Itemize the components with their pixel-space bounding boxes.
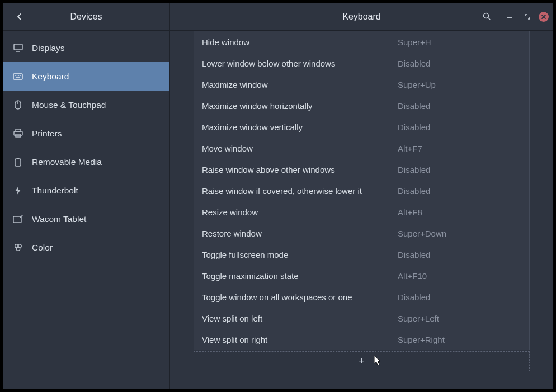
sidebar-item-color[interactable]: Color: [3, 233, 169, 262]
sidebar-header: Devices: [3, 3, 169, 31]
close-button[interactable]: [539, 12, 549, 22]
sidebar-item-thunderbolt[interactable]: Thunderbolt: [3, 176, 169, 205]
sidebar-item-label: Printers: [32, 129, 62, 139]
sidebar-item-wacom-tablet[interactable]: Wacom Tablet: [3, 205, 169, 233]
svg-rect-13: [15, 159, 21, 166]
svg-rect-0: [14, 44, 22, 50]
shortcut-value: Disabled: [398, 59, 430, 68]
shortcut-row[interactable]: Maximize window verticallyDisabled: [194, 116, 529, 138]
svg-rect-11: [14, 131, 22, 135]
shortcut-value: Super+Right: [398, 335, 445, 344]
search-icon: [483, 12, 491, 21]
shortcut-value: Disabled: [398, 186, 430, 196]
svg-point-3: [15, 75, 16, 76]
shortcut-name: Lower window below other windows: [202, 59, 398, 68]
shortcut-name: View split on left: [202, 314, 398, 323]
shortcut-row[interactable]: Raise window if covered, otherwise lower…: [194, 180, 529, 201]
shortcut-name: Toggle fullscreen mode: [202, 250, 398, 259]
svg-point-6: [20, 75, 21, 76]
header-controls: [480, 10, 549, 23]
sidebar-item-label: Color: [32, 243, 53, 253]
svg-point-4: [17, 75, 18, 76]
mouse-icon: [13, 100, 23, 110]
shortcut-list: Hide windowSuper+HLower window below oth…: [194, 31, 530, 350]
shortcut-row[interactable]: Hide windowSuper+H: [194, 31, 529, 53]
header-divider: [498, 12, 498, 22]
shortcut-row[interactable]: Move windowAlt+F7: [194, 138, 529, 159]
minimize-button[interactable]: [503, 10, 516, 23]
shortcut-name: Resize window: [202, 207, 398, 217]
minimize-icon: [507, 14, 512, 20]
shortcut-row[interactable]: View split on leftSuper+Left: [194, 308, 529, 329]
shortcut-value: Alt+F8: [398, 207, 422, 217]
shortcut-value: Super+Down: [398, 229, 446, 238]
sidebar-item-label: Keyboard: [32, 72, 69, 82]
shortcut-name: Raise window if covered, otherwise lower…: [202, 186, 398, 196]
shortcut-name: Raise window above other windows: [202, 165, 398, 174]
svg-rect-2: [13, 74, 22, 79]
svg-point-5: [18, 75, 20, 76]
sidebar: Devices DisplaysKeyboardMouse & Touchpad…: [3, 3, 169, 389]
shortcut-row[interactable]: Restore windowSuper+Down: [194, 223, 529, 244]
shortcut-value: Super+H: [398, 37, 431, 47]
sidebar-item-keyboard[interactable]: Keyboard: [3, 62, 169, 91]
shortcut-name: View split on right: [202, 335, 398, 344]
keyboard-icon: [13, 72, 23, 82]
main-panel: Keyboard Hide windowSuper+HLower window …: [169, 3, 553, 389]
shortcut-value: Disabled: [398, 292, 430, 302]
shortcut-name: Maximize window horizontally: [202, 101, 398, 111]
thunderbolt-icon: [13, 186, 23, 196]
shortcut-row[interactable]: Toggle fullscreen modeDisabled: [194, 244, 529, 265]
shortcut-name: Move window: [202, 144, 398, 153]
shortcut-value: Alt+F7: [398, 144, 422, 153]
shortcut-row[interactable]: Lower window below other windowsDisabled: [194, 53, 529, 74]
settings-window: Devices DisplaysKeyboardMouse & Touchpad…: [3, 3, 553, 389]
sidebar-list: DisplaysKeyboardMouse & TouchpadPrinters…: [3, 31, 169, 389]
sidebar-item-label: Thunderbolt: [32, 186, 78, 196]
shortcut-value: Disabled: [398, 122, 430, 132]
maximize-icon: [524, 13, 531, 20]
color-icon: [13, 243, 23, 253]
chevron-left-icon: [17, 13, 22, 21]
main-header: Keyboard: [170, 3, 553, 31]
shortcut-value: Disabled: [398, 165, 430, 174]
shortcut-row[interactable]: View split on rightSuper+Right: [194, 329, 529, 350]
shortcut-row[interactable]: Maximize windowSuper+Up: [194, 74, 529, 95]
sidebar-item-label: Wacom Tablet: [32, 214, 86, 224]
sidebar-item-label: Removable Media: [32, 157, 102, 167]
shortcut-value: Disabled: [398, 250, 430, 259]
back-button[interactable]: [8, 8, 31, 26]
shortcut-name: Toggle window on all workspaces or one: [202, 292, 398, 302]
shortcut-name: Hide window: [202, 37, 398, 47]
add-shortcut-button[interactable]: +: [194, 351, 530, 371]
shortcut-value: Super+Left: [398, 314, 439, 323]
sidebar-item-label: Displays: [32, 43, 65, 53]
maximize-button[interactable]: [521, 10, 534, 23]
svg-line-21: [488, 18, 490, 20]
content-area: Hide windowSuper+HLower window below oth…: [170, 31, 553, 389]
printer-icon: [13, 129, 23, 139]
search-button[interactable]: [480, 10, 493, 23]
sidebar-item-mouse-touchpad[interactable]: Mouse & Touchpad: [3, 91, 169, 119]
close-icon: [541, 15, 546, 19]
shortcut-name: Maximize window: [202, 80, 398, 89]
shortcut-row[interactable]: Raise window above other windowsDisabled: [194, 159, 529, 180]
shortcut-value: Disabled: [398, 101, 430, 111]
shortcut-value: Super+Up: [398, 80, 436, 89]
sidebar-item-printers[interactable]: Printers: [3, 119, 169, 148]
shortcut-row[interactable]: Resize windowAlt+F8: [194, 201, 529, 223]
shortcut-row[interactable]: Toggle window on all workspaces or oneDi…: [194, 286, 529, 308]
sidebar-item-removable-media[interactable]: Removable Media: [3, 148, 169, 176]
svg-rect-14: [17, 158, 19, 159]
shortcut-value: Alt+F10: [398, 271, 427, 281]
shortcut-name: Restore window: [202, 229, 398, 238]
sidebar-item-label: Mouse & Touchpad: [32, 100, 106, 110]
shortcut-name: Toggle maximization state: [202, 271, 398, 281]
shortcut-name: Maximize window vertically: [202, 122, 398, 132]
wacom-icon: [13, 214, 23, 224]
shortcut-row[interactable]: Maximize window horizontallyDisabled: [194, 95, 529, 116]
plus-icon: +: [359, 356, 365, 367]
shortcut-row[interactable]: Toggle maximization stateAlt+F10: [194, 265, 529, 286]
displays-icon: [13, 43, 23, 53]
sidebar-item-displays[interactable]: Displays: [3, 34, 169, 62]
